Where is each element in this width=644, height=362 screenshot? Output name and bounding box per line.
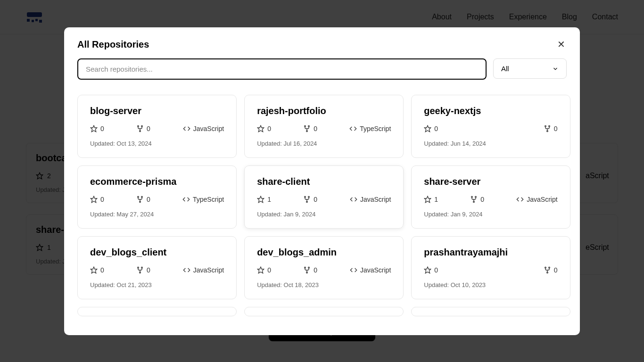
repo-forks: 0 — [314, 266, 317, 274]
star-icon — [90, 266, 98, 274]
repo-forks: 0 — [314, 196, 317, 203]
svg-point-21 — [141, 196, 143, 197]
svg-point-37 — [308, 267, 310, 268]
svg-point-42 — [547, 272, 548, 273]
svg-point-41 — [549, 267, 550, 268]
repo-card[interactable]: dev_blogs_client00JavaScriptUpdated: Oct… — [77, 236, 237, 299]
svg-point-18 — [547, 131, 548, 132]
repo-stars: 0 — [434, 266, 438, 274]
svg-point-29 — [475, 196, 477, 197]
repo-lang: TypeScript — [193, 196, 224, 203]
star-icon — [90, 196, 98, 203]
repo-card[interactable]: rajesh-portfolio00TypeScriptUpdated: Jul… — [244, 95, 404, 158]
repo-name: blog-server — [90, 106, 224, 116]
repo-updated: Updated: Oct 13, 2024 — [90, 140, 224, 147]
repo-lang: JavaScript — [193, 125, 224, 132]
repo-updated: Updated: Jan 9, 2024 — [424, 211, 557, 218]
code-icon — [183, 125, 190, 132]
repo-lang: JavaScript — [360, 196, 391, 203]
svg-point-13 — [308, 125, 310, 127]
svg-marker-31 — [91, 267, 97, 273]
svg-point-22 — [140, 201, 141, 203]
repo-updated: Updated: Oct 10, 2023 — [424, 281, 557, 288]
repo-stars: 0 — [267, 125, 271, 132]
code-icon — [349, 125, 357, 132]
repo-stars: 0 — [100, 266, 104, 274]
star-icon — [257, 266, 264, 274]
repo-forks: 0 — [147, 266, 150, 274]
repo-stars: 0 — [267, 266, 271, 274]
svg-point-28 — [471, 196, 473, 197]
svg-marker-23 — [257, 196, 264, 202]
repo-updated: Updated: Oct 18, 2023 — [257, 281, 391, 288]
svg-point-32 — [138, 267, 139, 268]
repo-name: dev_blogs_client — [90, 247, 224, 258]
filter-select[interactable]: All — [493, 58, 567, 79]
repo-forks: 0 — [147, 196, 150, 203]
repo-forks: 0 — [314, 125, 317, 132]
repo-lang: JavaScript — [193, 266, 224, 274]
repo-forks: 0 — [554, 266, 558, 274]
svg-marker-35 — [257, 267, 264, 273]
repo-name: rajesh-portfolio — [257, 106, 391, 116]
svg-marker-19 — [91, 196, 97, 202]
repo-card[interactable]: share-server10JavaScriptUpdated: Jan 9, … — [411, 165, 570, 229]
filter-value: All — [501, 65, 509, 73]
star-icon — [424, 196, 431, 203]
svg-point-38 — [306, 272, 308, 273]
fork-icon — [544, 266, 551, 274]
svg-point-24 — [305, 196, 306, 197]
repo-updated: Updated: May 27, 2024 — [90, 211, 224, 218]
svg-marker-11 — [257, 125, 264, 132]
repo-name: prashantrayamajhi — [424, 247, 557, 258]
star-icon — [257, 125, 264, 132]
fork-icon — [303, 125, 311, 132]
repo-forks: 0 — [480, 196, 484, 203]
close-icon: ✕ — [557, 39, 565, 50]
fork-icon — [544, 125, 551, 132]
star-icon — [90, 125, 98, 132]
code-icon — [516, 196, 524, 203]
repo-forks: 0 — [554, 125, 558, 132]
repo-card[interactable] — [411, 307, 570, 316]
code-icon — [182, 196, 190, 203]
repo-updated: Updated: Jan 9, 2024 — [257, 211, 391, 218]
repo-card[interactable] — [77, 307, 237, 316]
repo-updated: Updated: Jul 16, 2024 — [257, 140, 391, 147]
repo-card[interactable]: share-client10JavaScriptUpdated: Jan 9, … — [244, 165, 404, 229]
repo-card[interactable]: ecommerce-prisma00TypeScriptUpdated: May… — [77, 165, 237, 229]
code-icon — [350, 196, 357, 203]
star-icon — [424, 125, 431, 132]
svg-point-33 — [141, 267, 143, 268]
repo-name: share-server — [424, 176, 557, 187]
repo-stars: 0 — [100, 196, 104, 203]
repo-lang: JavaScript — [527, 196, 557, 203]
svg-point-40 — [545, 267, 546, 268]
repo-name: dev_blogs_admin — [257, 247, 391, 258]
repo-stars: 1 — [267, 196, 271, 203]
repo-card[interactable]: blog-server00JavaScriptUpdated: Oct 13, … — [77, 95, 237, 158]
svg-point-10 — [140, 131, 141, 132]
repo-stars: 0 — [434, 125, 438, 132]
svg-point-26 — [306, 201, 308, 203]
svg-point-34 — [140, 272, 141, 273]
repo-name: share-client — [257, 176, 391, 187]
repo-card[interactable]: dev_blogs_admin00JavaScriptUpdated: Oct … — [244, 236, 404, 299]
repo-lang: TypeScript — [360, 125, 391, 132]
repo-name: ecommerce-prisma — [90, 176, 224, 187]
repo-stars: 0 — [100, 125, 104, 132]
star-icon — [424, 266, 431, 274]
svg-point-25 — [308, 196, 310, 197]
svg-point-30 — [473, 201, 475, 203]
svg-marker-15 — [425, 125, 431, 132]
repo-stars: 1 — [434, 196, 438, 203]
svg-point-20 — [138, 196, 139, 197]
repo-card[interactable]: prashantrayamajhi00Updated: Oct 10, 2023 — [411, 236, 570, 299]
close-button[interactable]: ✕ — [555, 39, 567, 50]
svg-marker-27 — [425, 196, 431, 202]
repo-card[interactable]: geeky-nextjs00Updated: Jun 14, 2024 — [411, 95, 570, 158]
repo-card[interactable] — [244, 307, 404, 316]
fork-icon — [470, 196, 478, 203]
repo-lang: JavaScript — [360, 266, 391, 274]
search-input[interactable] — [77, 58, 487, 80]
